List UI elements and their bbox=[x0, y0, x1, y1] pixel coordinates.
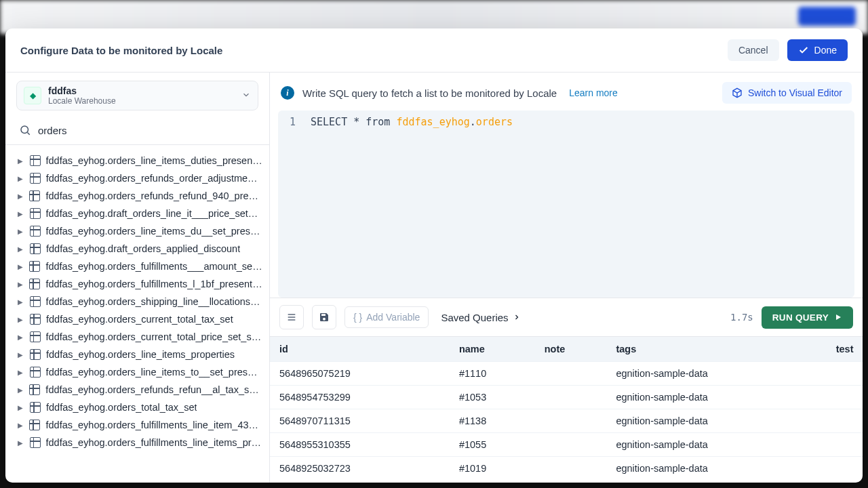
braces-icon: { } bbox=[353, 312, 362, 323]
list-view-button[interactable] bbox=[279, 305, 304, 329]
list-icon bbox=[286, 312, 297, 323]
table-item[interactable]: ▶fddfas_eyhog.draft_orders_line_it___pri… bbox=[15, 205, 265, 222]
table-icon bbox=[30, 314, 41, 325]
table-icon bbox=[30, 155, 41, 166]
check-icon bbox=[798, 45, 809, 56]
table-cell bbox=[538, 457, 610, 481]
table-cell: egnition-sample-data bbox=[609, 362, 829, 386]
warehouse-selector[interactable]: ◆ fddfas Locale Warehouse bbox=[16, 81, 258, 110]
table-item[interactable]: ▶fddfas_eyhog.orders_fulfillments_line_i… bbox=[15, 434, 265, 451]
caret-right-icon: ▶ bbox=[18, 281, 24, 288]
column-header[interactable]: test bbox=[829, 337, 863, 362]
add-variable-button[interactable]: { } Add Variable bbox=[344, 306, 429, 328]
table-item[interactable]: ▶fddfas_eyhog.orders_line_items_du__set_… bbox=[15, 222, 265, 240]
table-item[interactable]: ▶fddfas_eyhog.orders_shipping_line__lloc… bbox=[15, 293, 265, 310]
table-cell: #1138 bbox=[452, 409, 538, 433]
table-row[interactable]: 5648965075219#1110egnition-sample-dataeg… bbox=[270, 362, 863, 386]
sql-editor[interactable]: 1 SELECT * from fddfas_eyhog.orders bbox=[278, 110, 854, 298]
table-item-label: fddfas_eyhog.orders_refunds_refund_940_p… bbox=[45, 190, 262, 201]
table-item-label: fddfas_eyhog.orders_line_items_du__set_p… bbox=[46, 226, 263, 237]
column-header[interactable]: name bbox=[452, 337, 538, 362]
add-variable-label: Add Variable bbox=[366, 312, 420, 323]
table-item-label: fddfas_eyhog.orders_fulfillments_line_it… bbox=[46, 437, 263, 448]
table-row[interactable]: 5648925032723#1019egnition-sample-dataeg… bbox=[270, 457, 863, 481]
column-header[interactable]: tags bbox=[609, 337, 829, 362]
results-table[interactable]: idnamenotetagstestemail 5648965075219#11… bbox=[270, 336, 863, 483]
table-item-label: fddfas_eyhog.orders_line_items_propertie… bbox=[46, 349, 235, 360]
schema-sidebar: ◆ fddfas Locale Warehouse ▶fddfas_eyhog.… bbox=[5, 73, 270, 483]
table-item-label: fddfas_eyhog.orders_fulfillments___amoun… bbox=[45, 261, 262, 272]
table-icon bbox=[30, 349, 41, 360]
learn-more-link[interactable]: Learn more bbox=[569, 87, 618, 98]
table-cell: egnition-sample-data bbox=[609, 386, 829, 409]
svg-marker-5 bbox=[836, 314, 841, 320]
schema-search-input[interactable] bbox=[38, 125, 256, 136]
editor-toolbar: { } Add Variable Saved Queries 1.7s RUN … bbox=[270, 298, 863, 336]
caret-right-icon: ▶ bbox=[18, 228, 24, 235]
table-item[interactable]: ▶fddfas_eyhog.orders_fulfillments_l_1bf_… bbox=[15, 275, 265, 293]
chevron-down-icon bbox=[241, 90, 251, 102]
caret-right-icon: ▶ bbox=[18, 298, 24, 306]
caret-right-icon: ▶ bbox=[18, 245, 24, 253]
table-cell: #1110 bbox=[452, 362, 538, 386]
table-icon bbox=[30, 208, 41, 219]
table-header-row: idnamenotetagstestemail bbox=[270, 337, 863, 362]
table-cell: 5648954753299 bbox=[270, 386, 452, 409]
visual-editor-label: Switch to Visual Editor bbox=[748, 87, 842, 98]
table-item[interactable]: ▶fddfas_eyhog.orders_line_items_to__set_… bbox=[15, 363, 265, 381]
caret-right-icon: ▶ bbox=[18, 351, 24, 359]
cancel-button[interactable]: Cancel bbox=[728, 39, 779, 61]
done-button[interactable]: Done bbox=[787, 39, 848, 61]
saved-queries-button[interactable]: Saved Queries bbox=[437, 312, 524, 323]
table-item[interactable]: ▶fddfas_eyhog.orders_line_items_properti… bbox=[15, 346, 265, 363]
table-icon bbox=[29, 261, 40, 272]
warehouse-name: fddfas bbox=[48, 85, 235, 96]
caret-right-icon: ▶ bbox=[18, 316, 24, 323]
table-cell: 5648970711315 bbox=[270, 409, 452, 433]
table-icon bbox=[30, 437, 41, 448]
table-list[interactable]: ▶fddfas_eyhog.orders_line_items_duties_p… bbox=[5, 145, 269, 483]
query-timing: 1.7s bbox=[730, 312, 753, 323]
caret-right-icon: ▶ bbox=[18, 210, 24, 218]
table-cell: 5648955310355 bbox=[270, 433, 452, 457]
run-query-button[interactable]: RUN QUERY bbox=[762, 306, 853, 329]
table-item[interactable]: ▶fddfas_eyhog.orders_refunds_refund_940_… bbox=[15, 187, 265, 205]
table-item[interactable]: ▶fddfas_eyhog.draft_orders_applied_disco… bbox=[15, 240, 265, 258]
table-item[interactable]: ▶fddfas_eyhog.orders_fulfillments___amou… bbox=[15, 258, 265, 275]
table-item[interactable]: ▶fddfas_eyhog.orders_fulfillments_line_i… bbox=[15, 416, 265, 434]
query-editor-pane: i Write SQL query to fetch a list to be … bbox=[270, 73, 863, 483]
table-cell bbox=[829, 362, 863, 386]
column-header[interactable]: note bbox=[538, 337, 610, 362]
table-cell: egnition-sample-data bbox=[609, 457, 829, 481]
table-cell: 5648965075219 bbox=[270, 362, 452, 386]
table-icon bbox=[30, 296, 41, 307]
table-cell: #1055 bbox=[452, 433, 538, 457]
caret-right-icon: ▶ bbox=[18, 422, 24, 429]
table-icon bbox=[30, 243, 41, 254]
svg-point-0 bbox=[21, 126, 28, 134]
modal-header: Configure Data to be monitored by Locale… bbox=[5, 28, 863, 73]
table-item[interactable]: ▶fddfas_eyhog.orders_refunds_order_adjus… bbox=[15, 169, 265, 187]
column-header[interactable]: id bbox=[270, 337, 452, 362]
play-icon bbox=[834, 313, 842, 321]
table-icon bbox=[30, 331, 41, 342]
table-cell bbox=[829, 409, 863, 433]
table-row[interactable]: 5648955310355#1055egnition-sample-dataeg… bbox=[270, 433, 863, 457]
table-item[interactable]: ▶fddfas_eyhog.orders_current_total_tax_s… bbox=[15, 310, 265, 328]
table-row[interactable]: 5648954753299#1053egnition-sample-dataeg… bbox=[270, 386, 863, 409]
table-item[interactable]: ▶fddfas_eyhog.orders_current_total_price… bbox=[15, 328, 265, 346]
table-item[interactable]: ▶fddfas_eyhog.orders_total_tax_set bbox=[15, 399, 265, 416]
caret-right-icon: ▶ bbox=[18, 157, 24, 165]
table-icon bbox=[30, 402, 41, 413]
switch-visual-editor-button[interactable]: Switch to Visual Editor bbox=[722, 82, 852, 104]
table-item-label: fddfas_eyhog.draft_orders_applied_discou… bbox=[46, 243, 240, 254]
warehouse-subtitle: Locale Warehouse bbox=[48, 96, 235, 106]
table-item-label: fddfas_eyhog.orders_current_total_price_… bbox=[46, 331, 262, 342]
table-row[interactable]: 5648970711315#1138egnition-sample-dataeg… bbox=[270, 409, 863, 433]
done-label: Done bbox=[814, 45, 837, 56]
save-query-button[interactable] bbox=[312, 305, 336, 329]
table-item[interactable]: ▶fddfas_eyhog.orders_refunds_refun__al_t… bbox=[15, 381, 265, 399]
table-cell: egnition-sample-data bbox=[609, 433, 829, 457]
info-icon: i bbox=[281, 86, 294, 100]
table-item[interactable]: ▶fddfas_eyhog.orders_line_items_duties_p… bbox=[15, 152, 265, 169]
